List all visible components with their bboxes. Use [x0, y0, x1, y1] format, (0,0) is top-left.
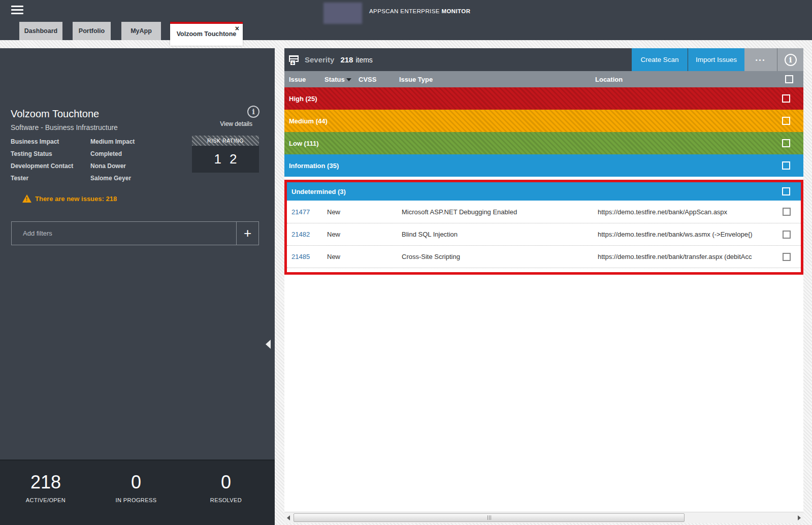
- issue-status: New: [327, 208, 361, 216]
- stat-resolved: 0 RESOLVED: [180, 472, 272, 503]
- risk-rating-values: 1 2: [192, 146, 259, 173]
- issue-id-link[interactable]: 21477: [291, 208, 327, 216]
- add-filters-input[interactable]: [12, 222, 236, 245]
- field-value: Medium Impact: [90, 138, 135, 145]
- warning-text: There are new issues: 218: [35, 195, 117, 203]
- column-location[interactable]: Location: [595, 76, 775, 83]
- app-title: APPSCAN ENTERPRISE MONITOR: [369, 8, 470, 14]
- severity-group-label: High (25): [289, 95, 317, 103]
- issue-id-link[interactable]: 21482: [291, 231, 327, 238]
- stat-label: ACTIVE/OPEN: [0, 497, 91, 503]
- tab-myapp[interactable]: MyApp: [121, 22, 161, 40]
- row-checkbox[interactable]: [783, 253, 791, 261]
- field-tester: Tester Salome Geyer: [11, 175, 183, 182]
- application-fields: Business Impact Medium Impact Testing St…: [11, 138, 183, 187]
- stat-label: RESOLVED: [180, 497, 272, 503]
- overflow-menu-button[interactable]: •••: [744, 48, 777, 71]
- severity-group-medium[interactable]: Medium (44): [284, 110, 803, 132]
- issue-row[interactable]: 21477 New Microsoft ASP.NET Debugging En…: [287, 201, 801, 223]
- field-label: Development Contact: [11, 162, 90, 170]
- group-by-icon[interactable]: +: [289, 55, 299, 65]
- severity-group-information[interactable]: Information (35): [284, 154, 803, 177]
- severity-group-label: Low (111): [289, 140, 319, 147]
- risk-rating-label: RISK RATING: [192, 136, 259, 146]
- tab-close-button[interactable]: ×: [235, 25, 239, 32]
- column-issue-type[interactable]: Issue Type: [399, 76, 595, 83]
- row-checkbox[interactable]: [783, 208, 791, 216]
- app-title-normal: APPSCAN ENTERPRISE: [369, 8, 440, 14]
- group-checkbox[interactable]: [782, 94, 790, 103]
- severity-group-label: Undetermined (3): [291, 188, 346, 195]
- stat-label: IN PROGRESS: [90, 497, 182, 503]
- stat-active-open: 218 ACTIVE/OPEN: [0, 472, 91, 503]
- issue-id-link[interactable]: 21485: [291, 253, 327, 260]
- issue-status: New: [327, 231, 361, 238]
- scroll-right-arrow[interactable]: [795, 512, 803, 523]
- field-value: Nona Dower: [90, 162, 126, 170]
- create-scan-button[interactable]: Create Scan: [632, 48, 688, 71]
- group-checkbox[interactable]: [782, 139, 790, 147]
- field-development-contact: Development Contact Nona Dower: [11, 162, 183, 170]
- table-column-header: Issue Status CVSS Issue Type Location: [284, 71, 803, 87]
- issue-status: New: [327, 253, 361, 260]
- field-testing-status: Testing Status Completed: [11, 150, 183, 157]
- row-checkbox[interactable]: [783, 231, 791, 239]
- info-icon: i: [785, 54, 797, 66]
- field-business-impact: Business Impact Medium Impact: [11, 138, 183, 145]
- sort-descending-icon: [346, 78, 351, 81]
- tab-portfolio[interactable]: Portfolio: [73, 22, 111, 40]
- severity-group-label: Information (35): [289, 162, 339, 170]
- app-title-bold: MONITOR: [441, 8, 470, 14]
- group-checkbox[interactable]: [782, 161, 790, 170]
- add-filter-button[interactable]: +: [236, 222, 258, 245]
- panel-info-button[interactable]: i: [777, 48, 803, 71]
- severity-group-undetermined[interactable]: Undetermined (3): [287, 182, 801, 201]
- issue-row[interactable]: 21485 New Cross-Site Scripting https://d…: [287, 245, 801, 268]
- severity-group-label: Medium (44): [289, 117, 328, 125]
- group-checkbox[interactable]: [782, 187, 790, 195]
- import-issues-button[interactable]: Import Issues: [688, 48, 744, 71]
- horizontal-scrollbar[interactable]: [284, 512, 803, 523]
- application-title: Volzoom Touchtone: [11, 108, 99, 120]
- field-label: Tester: [11, 175, 90, 182]
- issue-row[interactable]: 21482 New Blind SQL Injection https://de…: [287, 223, 801, 245]
- stat-in-progress: 0 IN PROGRESS: [90, 472, 182, 503]
- app-logo: [323, 3, 362, 24]
- column-status[interactable]: Status: [324, 76, 359, 83]
- field-value: Salome Geyer: [90, 175, 131, 182]
- view-details-link[interactable]: View details: [220, 120, 252, 127]
- column-issue[interactable]: Issue: [289, 76, 324, 83]
- group-by-title[interactable]: Severity: [305, 55, 334, 64]
- field-value: Completed: [90, 150, 122, 157]
- warning-icon: [22, 194, 31, 203]
- info-icon[interactable]: i: [247, 106, 259, 118]
- hamburger-menu-icon[interactable]: [11, 6, 23, 15]
- application-subtitle: Software - Business Infrastructure: [11, 123, 118, 132]
- scroll-left-arrow[interactable]: [284, 512, 293, 523]
- issue-type: Cross-Site Scripting: [402, 253, 598, 260]
- risk-rating-widget: RISK RATING 1 2: [192, 136, 259, 173]
- issues-panel-header: + Severity 218 items Create Scan Import …: [284, 48, 803, 71]
- issue-type: Blind SQL Injection: [402, 231, 598, 238]
- column-cvss[interactable]: CVSS: [359, 76, 399, 83]
- header-buttons: Create Scan Import Issues ••• i: [632, 48, 803, 71]
- severity-groups: High (25) Medium (44) Low (111) Informat…: [284, 87, 803, 275]
- selected-group-footer: [287, 268, 801, 272]
- stat-value: 0: [180, 472, 272, 493]
- issue-type: Microsoft ASP.NET Debugging Enabled: [402, 208, 598, 216]
- new-issues-warning: There are new issues: 218: [22, 194, 117, 203]
- stat-value: 0: [90, 472, 182, 493]
- risk-rating-value: 1: [214, 151, 221, 167]
- severity-group-low[interactable]: Low (111): [284, 132, 803, 154]
- scrollbar-thumb[interactable]: [294, 513, 685, 522]
- tab-volzoom-touchtone[interactable]: Volzoom Touchtone ×: [170, 22, 243, 46]
- group-checkbox[interactable]: [782, 117, 790, 125]
- tab-dashboard[interactable]: Dashboard: [19, 22, 62, 40]
- issues-panel: + Severity 218 items Create Scan Import …: [284, 48, 803, 523]
- collapse-panel-arrow-icon[interactable]: [266, 340, 271, 349]
- severity-group-high[interactable]: High (25): [284, 87, 803, 110]
- issue-location: https://demo.testfire.net/bank/AppScan.a…: [598, 208, 772, 216]
- select-all-checkbox[interactable]: [785, 75, 793, 83]
- risk-rating-value: 2: [230, 151, 237, 167]
- plus-icon: +: [244, 225, 251, 241]
